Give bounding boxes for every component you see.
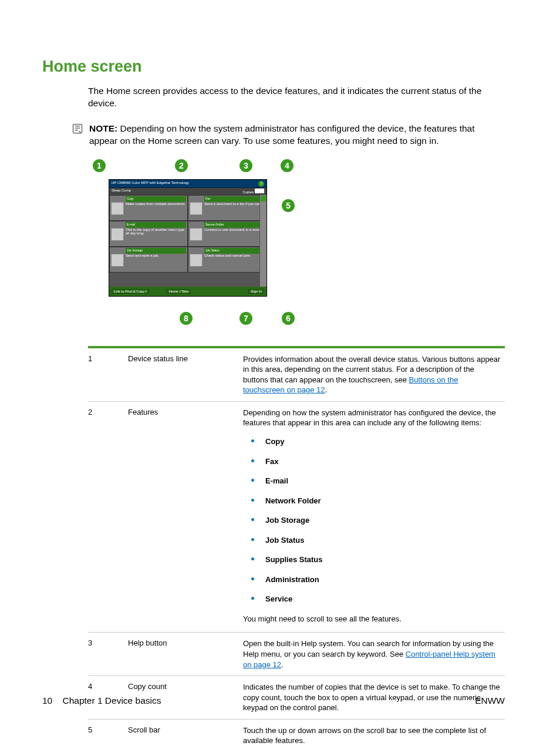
feat-email-desc: This is the copy of another menu type al…	[126, 228, 186, 235]
note-text: NOTE: Depending on how the system admini…	[89, 123, 505, 147]
note-body: Depending on how the system administrato…	[89, 123, 475, 146]
row-num: 3	[88, 633, 128, 676]
screen-title-text: HP CM8060 Color MFP with Edgeline Techno…	[112, 181, 189, 184]
feat-jobstatus-desc: Check status and cancel jobs.	[204, 254, 265, 257]
device-screen-mock: HP CM8060 Color MFP with Edgeline Techno…	[109, 179, 267, 297]
callout-table: 1 Device status line Provides informatio…	[88, 346, 505, 746]
intro-paragraph: The Home screen provides access to the d…	[88, 85, 505, 110]
feat-folder: Secure Folder	[204, 222, 265, 228]
row-num: 1	[88, 347, 128, 402]
list-item: Network Folder	[248, 496, 501, 506]
bottom-btn-right: Sign In	[248, 289, 264, 294]
bottom-btn-left: Link to Find & Copy I	[112, 289, 149, 294]
screen-bottom-bar: Link to Find & Copy I Home I Tabs Sign I…	[109, 287, 266, 296]
row-num: 5	[88, 719, 128, 746]
list-item: Job Status	[248, 535, 501, 546]
feat-email: E-mail	[126, 222, 186, 228]
list-item: Fax	[248, 456, 501, 467]
desc-after: .	[281, 660, 284, 669]
footer-brand: ENWW	[475, 695, 505, 706]
desc-text: Provides information about the overall d…	[243, 355, 500, 384]
list-item: Copy	[248, 436, 501, 447]
page-footer: 10 Chapter 1 Device basics ENWW	[42, 695, 505, 706]
callout-5: 5	[282, 199, 295, 212]
table-row: 3 Help button Open the built-in Help sys…	[88, 633, 505, 676]
row-label: Device status line	[128, 347, 243, 402]
feat-jobstatus: Job Status	[204, 248, 265, 254]
note-label: NOTE:	[89, 123, 117, 133]
feat-fax-desc: Send a document to a fax if you need.	[204, 202, 265, 206]
footer-chapter: Chapter 1 Device basics	[62, 695, 161, 705]
callout-6: 6	[282, 312, 295, 325]
list-item: Service	[248, 594, 501, 604]
row-desc: Depending on how the system administrato…	[243, 401, 505, 633]
list-item: Supplies Status	[248, 555, 501, 565]
list-item: E-mail	[248, 476, 501, 486]
bottom-btn-mid: Home I Tabs	[167, 289, 191, 294]
home-screen-figure: 1 2 3 4 5 6 7 8 HP CM8060 Color MFP with…	[88, 159, 505, 330]
row-desc: Touch the up or down arrows on the scrol…	[243, 719, 505, 746]
table-row: 2 Features Depending on how the system a…	[88, 401, 505, 633]
row-label: Scroll bar	[128, 719, 243, 746]
screen-status-line: Sleep Comp Copies	[109, 188, 266, 195]
footer-page-number: 10	[42, 695, 52, 705]
row-num: 2	[88, 401, 128, 633]
desc-after: .	[325, 385, 328, 394]
note-block: NOTE: Depending on how the system admini…	[72, 123, 505, 147]
features-top-text: Depending on how the system administrato…	[243, 408, 501, 428]
row-label: Help button	[128, 633, 243, 676]
feat-fax: Fax	[204, 196, 265, 202]
feat-jobstorage: Job Storage	[126, 248, 186, 254]
callout-1: 1	[93, 159, 106, 172]
table-row: 5 Scroll bar Touch the up or down arrows…	[88, 719, 505, 746]
page-heading: Home screen	[42, 58, 505, 76]
feat-folder-desc: Connect to one document to a storage	[204, 228, 265, 231]
row-label: Features	[128, 401, 243, 633]
callout-4: 4	[281, 159, 294, 172]
svg-rect-0	[73, 124, 82, 133]
callout-3: 3	[239, 159, 252, 172]
status-left: Sleep Comp	[112, 189, 131, 194]
features-list: Copy Fax E-mail Network Folder Job Stora…	[248, 436, 501, 604]
list-item: Administration	[248, 574, 501, 585]
screen-title-bar: HP CM8060 Color MFP with Edgeline Techno…	[109, 180, 266, 188]
feat-copy-desc: Make copies from multiple documents	[126, 202, 186, 206]
note-icon	[72, 123, 83, 135]
features-bottom-text: You might need to scroll to see all the …	[243, 614, 501, 624]
table-row: 1 Device status line Provides informatio…	[88, 347, 505, 402]
feat-copy: Copy	[126, 196, 186, 202]
row-desc: Provides information about the overall d…	[243, 347, 505, 402]
callout-2: 2	[175, 159, 188, 172]
feat-jobstorage-desc: Send and store a job.	[126, 254, 186, 257]
screen-scrollbar	[259, 195, 266, 287]
callout-8: 8	[180, 312, 193, 325]
status-right: Copies	[242, 189, 264, 194]
list-item: Job Storage	[248, 515, 501, 526]
callout-7: 7	[239, 312, 252, 325]
help-icon: ?	[258, 181, 264, 187]
row-desc: Open the built-in Help system. You can s…	[243, 633, 505, 676]
